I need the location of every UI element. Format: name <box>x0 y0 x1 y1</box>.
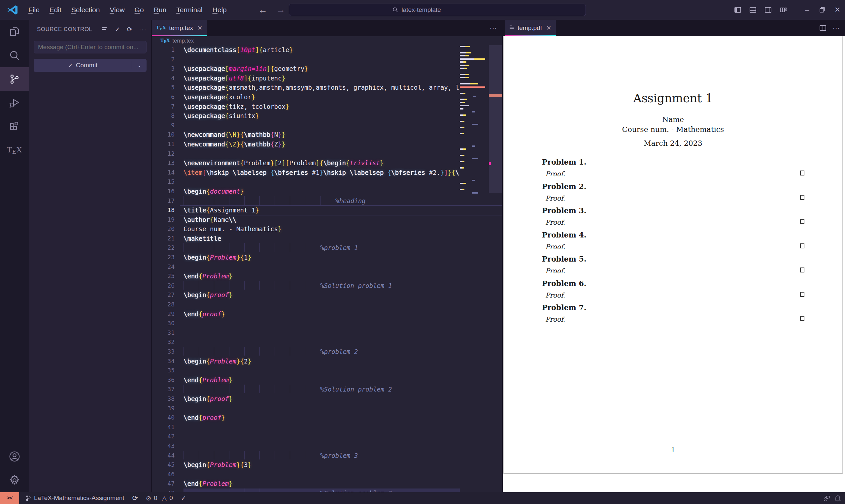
overview-ruler-modified-marker <box>489 94 502 97</box>
activity-search[interactable] <box>0 43 29 67</box>
code-line-29: 29\end{proof} <box>152 309 460 319</box>
pdf-viewer[interactable]: Assignment 1 Name Course num. - Mathemat… <box>503 36 845 492</box>
line-number: 12 <box>152 149 183 159</box>
split-editor-icon[interactable] <box>819 24 827 32</box>
pdf-more-actions-icon[interactable]: ⋯ <box>832 24 840 32</box>
search-input[interactable] <box>402 6 482 14</box>
statusbar: >< LaTeX-Mathematics-Assignment ⟳ ⊘ 0 △ … <box>0 492 845 504</box>
code-line-3: 3\usepackage[margin=1in]{geometry} <box>152 64 460 74</box>
activity-latex-workshop[interactable]: TEX <box>0 139 29 162</box>
editor-group-pdf: temp.pdf ✕ ⋯ Assignment 1 Name Course nu… <box>503 20 845 492</box>
refresh-icon[interactable]: ⟳ <box>127 25 133 33</box>
restore-button[interactable] <box>815 0 830 20</box>
code-line-41: 41 <box>152 422 460 432</box>
line-number: 9 <box>152 121 183 130</box>
latex-build-status[interactable]: ✓ <box>177 492 190 504</box>
minimap-line <box>472 124 478 125</box>
pdf-page-number: 1 <box>504 446 842 454</box>
menu-terminal[interactable]: Terminal <box>172 4 206 16</box>
minimap[interactable] <box>460 46 489 492</box>
settings-gear-icon[interactable] <box>0 468 29 492</box>
code-line-39: 39 <box>152 404 460 413</box>
overview-ruler-cursor-marker <box>489 162 491 165</box>
close-window-button[interactable]: ✕ <box>830 0 845 20</box>
commit-dropdown-chevron[interactable]: ⌄ <box>132 63 146 68</box>
pdf-problem-label: Problem 1. <box>542 158 586 166</box>
activity-run-debug[interactable] <box>0 91 29 115</box>
editor-more-actions-icon[interactable]: ⋯ <box>490 24 497 32</box>
minimap-line <box>460 167 464 168</box>
minimap-line <box>473 96 476 97</box>
menu-file[interactable]: File <box>24 4 43 16</box>
code-line-40: 40\end{proof} <box>152 413 460 422</box>
minimap-line <box>460 68 467 69</box>
git-branch-icon <box>25 495 31 501</box>
line-number: 34 <box>152 357 183 366</box>
more-actions-icon[interactable]: ··· <box>139 26 146 33</box>
tab-temp-tex[interactable]: TEX temp.tex ✕ <box>152 20 207 36</box>
qed-box-icon <box>800 268 805 272</box>
warnings-icon: △ <box>160 494 167 502</box>
command-center-search[interactable] <box>289 4 586 16</box>
pdf-page: Assignment 1 Name Course num. - Mathemat… <box>504 36 843 474</box>
sync-status[interactable]: ⟳ <box>128 492 142 504</box>
minimap-line <box>460 98 467 100</box>
menu-help[interactable]: Help <box>209 4 231 16</box>
minimap-line <box>460 74 469 75</box>
minimap-line <box>460 148 466 150</box>
minimize-button[interactable]: – <box>799 0 815 20</box>
code-line-14: 14\item[\hskip \labelsep {\bfseries #1}\… <box>152 168 460 178</box>
notifications-bell-icon[interactable] <box>834 494 842 502</box>
code-line-9: 9 <box>152 121 460 130</box>
editor-group-tex: TEX temp.tex ✕ ⋯ TEX temp.tex 1\document… <box>152 20 503 492</box>
breadcrumb[interactable]: TEX temp.tex <box>152 36 502 45</box>
commit-check-icon[interactable]: ✓ <box>115 25 120 33</box>
remote-indicator[interactable]: >< <box>0 492 19 504</box>
minimap-line <box>460 46 470 47</box>
activity-extensions[interactable] <box>0 115 29 139</box>
tab-temp-pdf[interactable]: temp.pdf ✕ <box>505 20 556 36</box>
menu-edit[interactable]: Edit <box>46 4 65 16</box>
line-number: 46 <box>152 470 183 479</box>
tab-close-icon[interactable]: ✕ <box>197 24 203 32</box>
sidebar-title: SOURCE CONTROL <box>37 26 101 33</box>
activity-source-control[interactable] <box>0 67 29 91</box>
scrollbar-slider[interactable] <box>489 45 502 193</box>
code-line-15: 15 <box>152 177 460 187</box>
code-line-30: 30 <box>152 319 460 328</box>
toggle-secondary-sidebar-icon[interactable] <box>760 0 776 20</box>
editor-scrollbar[interactable] <box>489 45 502 492</box>
toggle-primary-sidebar-icon[interactable] <box>730 0 745 20</box>
nav-forward-icon[interactable]: → <box>276 5 285 15</box>
nav-back-icon[interactable]: ← <box>258 5 267 15</box>
commit-message-input[interactable] <box>38 43 142 51</box>
customize-layout-icon[interactable] <box>776 0 791 20</box>
line-number: 15 <box>152 177 183 187</box>
branch-indicator[interactable]: LaTeX-Mathematics-Assignment <box>19 492 128 504</box>
qed-box-icon <box>800 219 805 224</box>
code-editor[interactable]: 1\documentclass[10pt]{article}23\usepack… <box>152 45 502 492</box>
build-check-icon: ✓ <box>181 494 186 502</box>
line-number: 24 <box>152 262 183 272</box>
commit-button[interactable]: ✓ Commit ⌄ <box>34 59 146 72</box>
code-line-22: 22%problem 1 <box>152 243 460 253</box>
pdf-proof-line: Proof. <box>545 194 842 202</box>
line-number: 23 <box>152 253 183 262</box>
code-line-24: 24 <box>152 262 460 272</box>
line-number: 5 <box>152 83 183 92</box>
menu-selection[interactable]: Selection <box>67 4 104 16</box>
menu-view[interactable]: View <box>106 4 128 16</box>
code-line-20: 20Course num. - Mathematics} <box>152 224 460 234</box>
tab-close-icon[interactable]: ✕ <box>546 24 551 32</box>
feedback-icon[interactable] <box>823 494 830 502</box>
menu-run[interactable]: Run <box>150 4 171 16</box>
menu-go[interactable]: Go <box>131 4 148 16</box>
account-icon[interactable] <box>0 445 29 468</box>
toggle-panel-icon[interactable] <box>745 0 760 20</box>
code-line-34: 34\begin{Problem}{2} <box>152 357 460 366</box>
activity-explorer[interactable] <box>0 20 29 43</box>
problems-indicator[interactable]: ⊘ 0 △ 0 <box>142 492 177 504</box>
tex-icon: TEX <box>7 146 22 155</box>
code-line-6: 6\usepackage{xcolor} <box>152 92 460 102</box>
view-as-list-icon[interactable] <box>101 26 108 33</box>
